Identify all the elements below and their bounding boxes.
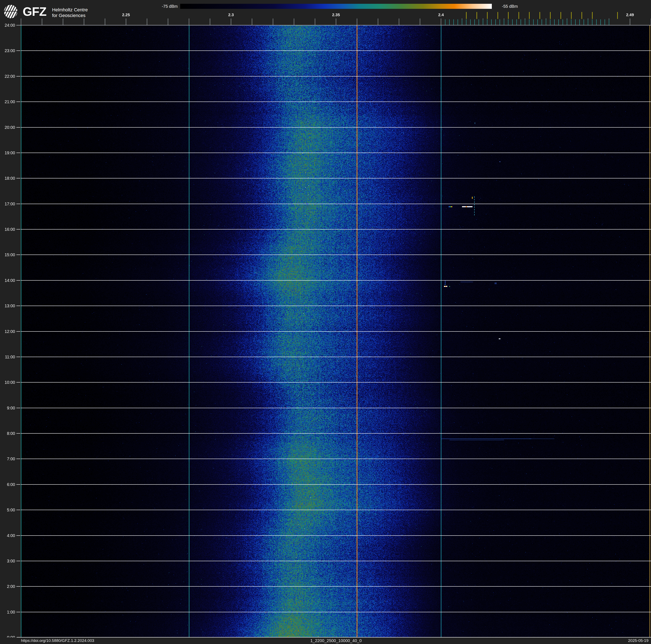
plot-overlay <box>21 25 651 638</box>
time-tick-label: 14:00 <box>0 277 15 283</box>
signal-event-mark <box>462 206 472 207</box>
time-tick-label: 5:00 <box>0 507 15 513</box>
time-tick <box>17 510 20 510</box>
time-tick <box>17 51 20 51</box>
time-tick <box>17 255 20 255</box>
hour-gridline <box>21 586 651 587</box>
time-tick-label: 2:00 <box>0 584 15 589</box>
time-tick <box>17 280 20 281</box>
signal-event-mark <box>450 440 504 440</box>
logo-org-text: GFZ <box>23 5 46 18</box>
hour-gridline <box>21 357 651 357</box>
time-tick <box>17 178 20 178</box>
colorbar-max-label: -55 dBm <box>502 4 544 9</box>
signal-event-mark <box>474 196 474 216</box>
signal-event-mark <box>449 286 450 287</box>
time-tick <box>17 561 20 561</box>
time-tick <box>17 612 20 612</box>
hour-gridline <box>21 204 651 204</box>
hour-gridline <box>21 153 651 153</box>
hour-gridline <box>21 229 651 230</box>
hour-gridline <box>21 127 651 127</box>
time-tick-label: 9:00 <box>0 405 15 411</box>
hour-gridline <box>21 331 651 332</box>
time-tick <box>17 127 20 127</box>
time-tick-label: 10:00 <box>0 380 15 385</box>
time-tick <box>17 535 20 536</box>
time-tick-label: 21:00 <box>0 99 15 105</box>
time-tick-label: 8:00 <box>0 431 15 436</box>
time-tick <box>17 101 20 102</box>
signal-event-mark <box>441 438 531 439</box>
signal-event-mark <box>529 438 554 439</box>
hour-gridline <box>21 76 651 77</box>
hour-gridline <box>21 51 651 51</box>
signal-event-mark <box>445 281 445 282</box>
signal-event-mark <box>472 197 473 199</box>
signal-event-mark <box>495 283 497 284</box>
time-tick <box>17 229 20 230</box>
time-tick-label: 7:00 <box>0 456 15 462</box>
spectrogram-page: GFZ Helmholtz Centre for Geosciences -75… <box>0 0 651 644</box>
signal-event-mark <box>466 206 467 207</box>
filename-label: 1_2200_2500_10000_40_0 <box>310 638 362 643</box>
time-tick-label: 18:00 <box>0 176 15 181</box>
time-tick <box>17 305 20 306</box>
time-tick <box>17 586 20 587</box>
time-tick <box>17 382 20 383</box>
spectrogram-plot <box>21 25 651 638</box>
hour-gridline <box>21 535 651 536</box>
hour-gridline <box>21 178 651 178</box>
time-tick-label: 15:00 <box>0 252 15 258</box>
signal-event-mark <box>444 284 445 285</box>
time-tick-label: 3:00 <box>0 558 15 564</box>
logo-subtitle: Helmholtz Centre for Geosciences <box>52 7 88 18</box>
time-tick <box>17 433 20 434</box>
time-tick-label: 22:00 <box>0 74 15 79</box>
colorbar-min-label: -75 dBm <box>146 4 178 9</box>
time-tick <box>17 153 20 153</box>
gfz-globe-icon <box>4 5 18 19</box>
time-tick <box>17 357 20 357</box>
time-tick <box>17 331 20 332</box>
time-tick-label: 6:00 <box>0 482 15 487</box>
hour-gridline <box>21 433 651 434</box>
time-tick-label: 1:00 <box>0 609 15 615</box>
time-tick-label: 17:00 <box>0 201 15 207</box>
footer-bar: https://doi.org/10.5880/GFZ.1.2.2024.003… <box>0 638 651 644</box>
signal-event-mark <box>499 162 500 162</box>
doi-link[interactable]: https://doi.org/10.5880/GFZ.1.2.2024.003 <box>21 638 94 643</box>
hour-gridline <box>21 305 651 306</box>
signal-event-mark <box>499 339 500 339</box>
time-tick <box>17 408 20 408</box>
header: GFZ Helmholtz Centre for Geosciences -75… <box>0 0 651 25</box>
time-tick-label: 11:00 <box>0 354 15 360</box>
hour-gridline <box>21 484 651 485</box>
time-tick-label: 16:00 <box>0 227 15 232</box>
signal-event-mark <box>474 122 475 124</box>
time-tick <box>17 484 20 485</box>
hour-gridline <box>21 612 651 612</box>
time-tick <box>17 76 20 77</box>
hour-gridline <box>21 255 651 255</box>
hour-gridline <box>21 101 651 102</box>
signal-event-mark <box>446 286 447 287</box>
logo-subtitle-line2: for Geosciences <box>52 12 88 18</box>
hour-gridline <box>21 408 651 408</box>
hour-gridline <box>21 459 651 459</box>
logo-subtitle-line1: Helmholtz Centre <box>52 7 88 12</box>
signal-event-mark <box>445 282 445 283</box>
hour-gridline <box>21 561 651 561</box>
time-tick-label: 13:00 <box>0 303 15 309</box>
signal-event-mark <box>452 206 452 207</box>
colorbar-gradient <box>180 4 492 9</box>
time-tick <box>17 204 20 204</box>
time-tick-label: 12:00 <box>0 329 15 334</box>
signal-event-mark <box>461 282 473 282</box>
hour-gridline <box>21 510 651 510</box>
time-tick <box>17 459 20 459</box>
hour-gridline <box>21 280 651 281</box>
time-tick-label: 23:00 <box>0 48 15 53</box>
hour-gridline <box>21 382 651 383</box>
time-tick-label: 20:00 <box>0 125 15 130</box>
